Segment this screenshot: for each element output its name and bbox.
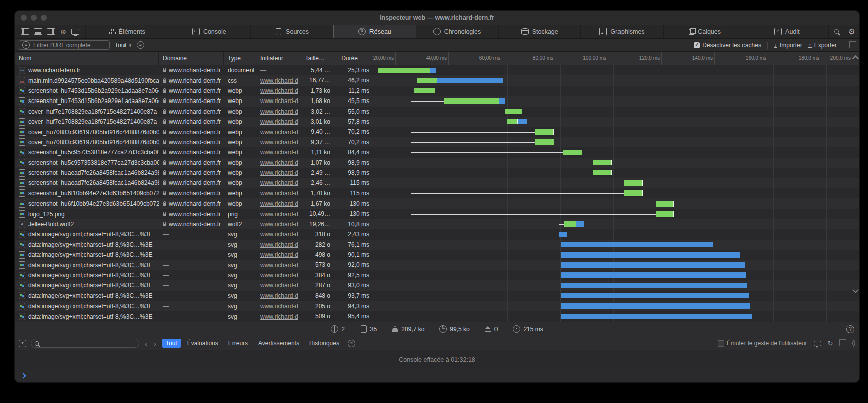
url-filter-field[interactable]: ≡: [19, 40, 110, 50]
tab-audit[interactable]: Audit: [746, 25, 828, 38]
resource-initiator[interactable]: www.richard-d…: [260, 169, 298, 176]
table-row[interactable]: data:image/svg+xml;charset=utf-8,%3C…%3E…: [15, 291, 859, 301]
table-row[interactable]: screenshot_hu5c957353818e777ca27d3c3cba0…: [15, 147, 859, 157]
console-search-input[interactable]: [41, 340, 135, 347]
console-prompt-row[interactable]: [15, 369, 859, 382]
resource-initiator[interactable]: www.richard-d…: [260, 87, 298, 94]
resource-initiator[interactable]: www.richard-d…: [260, 108, 298, 115]
table-row[interactable]: cover_huf7e1708829ea18f6715e48271400e87a…: [15, 117, 859, 127]
table-row[interactable]: www.richard-dern.fr www.richard-dern.fr …: [15, 65, 859, 75]
import-button[interactable]: ↓ Importer: [774, 42, 802, 49]
search-tab-button[interactable]: [828, 25, 844, 38]
device-settings-icon[interactable]: [71, 29, 79, 35]
table-row[interactable]: cover_hu70883c936197805bd916c4488876d0b0…: [15, 127, 859, 137]
console-messages-icon[interactable]: [814, 341, 821, 346]
table-row[interactable]: data:image/svg+xml;charset=utf-8,%3C…%3E…: [15, 301, 859, 311]
export-button[interactable]: ↑ Exporter: [808, 42, 837, 49]
help-icon[interactable]: ?: [846, 325, 854, 333]
resource-initiator[interactable]: www.richard-d…: [260, 292, 298, 299]
tab-console[interactable]: Console: [168, 25, 251, 38]
resource-initiator[interactable]: www.richard-d…: [260, 97, 298, 105]
table-row[interactable]: data:image/svg+xml;charset=utf-8,%3C…%3E…: [15, 240, 859, 250]
collapse-console-icon[interactable]: ⋀⋁: [852, 340, 855, 346]
console-tab-erreurs[interactable]: Erreurs: [224, 339, 252, 348]
table-row[interactable]: data:image/svg+xml;charset=utf-8,%3C…%3E…: [15, 229, 859, 239]
tab-sources[interactable]: Sources: [251, 25, 333, 38]
table-row[interactable]: data:image/svg+xml;charset=utf-8,%3C…%3E…: [15, 270, 859, 280]
resource-initiator[interactable]: www.richard-d…: [260, 139, 298, 146]
resource-initiator[interactable]: www.richard-d…: [260, 231, 298, 238]
resource-type-select[interactable]: Tout ▲▼: [115, 42, 132, 49]
column-header-duration[interactable]: Durée: [330, 52, 369, 65]
table-row[interactable]: main.min.d9924575ec0bba420589a48d5190fbc…: [15, 75, 859, 85]
clear-console-icon[interactable]: [839, 340, 845, 346]
table-row[interactable]: cover_hu70883c936197805bd916c4488876d0b0…: [15, 137, 859, 147]
reload-icon[interactable]: ↻: [828, 340, 833, 347]
resource-initiator[interactable]: www.richard-d…: [260, 211, 298, 218]
resource-initiator[interactable]: www.richard-d…: [260, 272, 298, 279]
resource-initiator[interactable]: www.richard-d…: [260, 221, 298, 228]
table-row[interactable]: screenshot_hu7453d15b6b2a929e1adaa8e7a06…: [15, 96, 859, 106]
column-header-name[interactable]: Nom: [15, 52, 159, 65]
resource-initiator[interactable]: www.richard-d…: [260, 282, 298, 289]
console-tab-historiques[interactable]: Historiques: [305, 339, 343, 348]
column-header-domain[interactable]: Domaine: [159, 52, 224, 65]
console-search-field[interactable]: [31, 339, 139, 348]
table-row[interactable]: screenshot_huaead7fe26a8458fcac1a46b824a…: [15, 178, 859, 188]
table-row[interactable]: data:image/svg+xml;charset=utf-8,%3C…%3E…: [15, 260, 859, 270]
table-row[interactable]: screenshot_hu7453d15b6b2a929e1adaa8e7a06…: [15, 86, 859, 96]
table-row[interactable]: Jellee-Bold.woff2 www.richard-dern.fr wo…: [15, 219, 859, 229]
element-picker-icon[interactable]: ⊕: [60, 28, 67, 35]
resource-initiator[interactable]: www.richard-d…: [260, 241, 298, 248]
resource-initiator[interactable]: www.richard-d…: [260, 159, 298, 166]
table-row[interactable]: logo_125.png www.richard-dern.fr png www…: [15, 209, 859, 219]
table-row[interactable]: screenshot_hu6f10bb94e27e3d63b651409cb07…: [15, 198, 859, 209]
tab-elements[interactable]: Éléments: [86, 25, 168, 38]
filter-options-icon[interactable]: ≡: [137, 41, 144, 49]
table-row[interactable]: screenshot_hu6f10bb94e27e3d63b651409cb07…: [15, 188, 859, 198]
table-row[interactable]: cover_huf7e1708829ea18f6715e48271400e87a…: [15, 107, 859, 117]
column-header-type[interactable]: Type: [224, 52, 256, 65]
table-row[interactable]: data:image/svg+xml;charset=utf-8,%3C…%3E…: [15, 280, 859, 290]
dock-right-icon[interactable]: [47, 28, 55, 35]
resource-initiator[interactable]: www.richard-d…: [260, 200, 298, 207]
resource-initiator[interactable]: www.richard-d…: [260, 77, 298, 84]
resource-initiator[interactable]: www.richard-d…: [260, 262, 298, 269]
tab-network[interactable]: Réseau: [333, 24, 416, 38]
table-row[interactable]: screenshot_hu5c957353818e777ca27d3c3cba0…: [15, 158, 859, 168]
clear-network-items-icon[interactable]: [849, 42, 855, 48]
table-row[interactable]: screenshot_huaead7fe26a8458fcac1a46b824a…: [15, 168, 859, 178]
resource-initiator[interactable]: www.richard-d…: [260, 149, 298, 156]
next-result-button[interactable]: ›: [153, 340, 157, 347]
tab-timelines[interactable]: Chronologies: [416, 25, 499, 38]
resource-initiator[interactable]: —: [260, 67, 266, 74]
resource-initiator[interactable]: www.richard-d…: [260, 118, 298, 125]
resource-initiator[interactable]: www.richard-d…: [260, 179, 298, 186]
resource-initiator[interactable]: www.richard-d…: [260, 251, 298, 258]
console-tab-évaluations[interactable]: Évaluations: [183, 339, 222, 348]
settings-tab-button[interactable]: ⚙: [844, 25, 859, 38]
dock-bottom-icon[interactable]: [34, 28, 42, 35]
url-filter-input[interactable]: [32, 41, 106, 49]
console-filter-icon[interactable]: ≡: [348, 340, 355, 347]
tab-graphics[interactable]: Graphismes: [581, 25, 663, 38]
table-row[interactable]: data:image/svg+xml;charset=utf-8,%3C…%3E…: [15, 250, 859, 260]
tab-storage[interactable]: Stockage: [499, 25, 581, 38]
console-scope-icon[interactable]: ▾: [19, 340, 26, 347]
column-header-size[interactable]: Taille…: [298, 52, 330, 65]
resource-initiator[interactable]: www.richard-d…: [260, 190, 298, 197]
resource-initiator[interactable]: www.richard-d…: [260, 129, 298, 136]
console-tab-avertissements[interactable]: Avertissements: [254, 339, 303, 348]
console-tab-tout[interactable]: Tout: [162, 339, 181, 348]
scroll-up-icon[interactable]: [852, 55, 859, 62]
resource-initiator[interactable]: www.richard-d…: [260, 313, 298, 320]
disable-caches-checkbox[interactable]: Désactiver les caches: [694, 42, 761, 49]
waterfall-cell: [376, 311, 859, 321]
emulate-user-gesture-checkbox[interactable]: Émuler le geste de l'utilisateur: [718, 340, 807, 347]
table-row[interactable]: data:image/svg+xml;charset=utf-8,%3C…%3E…: [15, 311, 859, 321]
tab-layers[interactable]: Calques: [664, 25, 746, 38]
resource-initiator[interactable]: www.richard-d…: [260, 303, 298, 310]
column-header-initiator[interactable]: Initiateur: [256, 52, 298, 65]
previous-result-button[interactable]: ‹: [144, 340, 148, 347]
dock-left-icon[interactable]: [21, 28, 29, 35]
